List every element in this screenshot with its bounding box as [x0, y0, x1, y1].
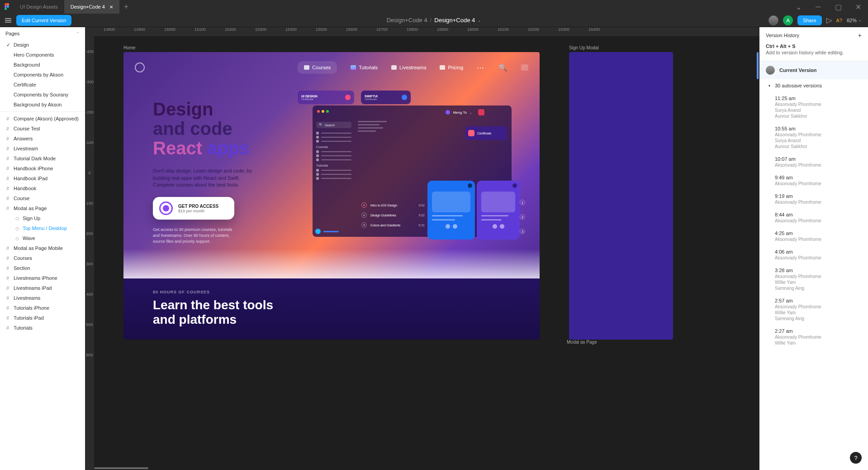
chevron-down-icon[interactable]: ⌄: [788, 0, 808, 14]
page-item[interactable]: Background by Akson: [0, 100, 85, 110]
certificate-card[interactable]: Certificate: [465, 126, 507, 140]
menu-icon[interactable]: [0, 18, 16, 23]
pro-access-card[interactable]: GET PRO ACCESS $19 per month: [153, 197, 234, 220]
mini-card-swiftui[interactable]: SWIFTUICertificate: [361, 91, 411, 104]
circle-icon[interactable]: [315, 229, 321, 234]
page-dot[interactable]: 2: [520, 214, 525, 220]
ruler-tick: 16200: [518, 27, 549, 36]
version-item[interactable]: 3:28 amAksonvady PhomhomeWillie YamSamna…: [759, 264, 868, 294]
account-icon[interactable]: [521, 64, 528, 71]
autosave-toggle[interactable]: 30 autosave versions: [759, 79, 868, 92]
canvas-scrollbar[interactable]: [757, 52, 759, 79]
site-logo-icon[interactable]: [135, 62, 145, 72]
nav-livestreams[interactable]: Livestreams: [391, 65, 426, 70]
layer-item[interactable]: #Livestreams iPad: [0, 283, 85, 293]
layer-item[interactable]: #Answers: [0, 134, 85, 144]
avatar-user-1[interactable]: [768, 15, 778, 25]
pages-header[interactable]: Pages⌃: [0, 27, 85, 40]
lesson-row[interactable]: 2Design Guidelines9:02: [361, 212, 425, 218]
layer-item[interactable]: ◇Sign Up: [0, 213, 85, 223]
page-item[interactable]: Certificate: [0, 80, 85, 90]
page-item[interactable]: Background: [0, 60, 85, 70]
layer-item[interactable]: #Course Test: [0, 124, 85, 134]
zoom-control[interactable]: 82%⌄: [847, 18, 862, 23]
frame-signup[interactable]: [569, 52, 673, 340]
layer-item[interactable]: #Section: [0, 263, 85, 273]
canvas[interactable]: 1480014900150001510015200153001540015500…: [85, 27, 759, 470]
version-item[interactable]: 10:55 amAksonvady PhomhomeSurya AnandAun…: [759, 122, 868, 153]
frame-label-home[interactable]: Home: [123, 45, 136, 50]
new-tab-button[interactable]: +: [119, 3, 133, 11]
nav-courses[interactable]: Courses: [298, 61, 337, 74]
chevron-down-icon[interactable]: ⌄: [478, 18, 481, 23]
layer-item[interactable]: #Handbook iPhone: [0, 163, 85, 173]
figma-logo-icon[interactable]: [0, 3, 14, 10]
nav-tutorials[interactable]: Tutorials: [351, 65, 378, 70]
frame-label-signup[interactable]: Sign Up Modal: [569, 45, 599, 50]
close-window-icon[interactable]: ✕: [848, 0, 868, 14]
layer-item[interactable]: #Compare (Akson) (Approved): [0, 114, 85, 124]
present-icon[interactable]: ▷: [826, 16, 832, 24]
layer-item[interactable]: #Courses: [0, 253, 85, 263]
layer-item[interactable]: #Livestreams: [0, 293, 85, 303]
user-dropdown[interactable]: Meng To⌄: [446, 109, 484, 115]
maximize-icon[interactable]: ▢: [828, 0, 848, 14]
horizontal-scrollbar[interactable]: [94, 467, 148, 469]
chevron-down-icon[interactable]: ⌄: [859, 18, 862, 22]
layer-item[interactable]: #Handbook: [0, 183, 85, 193]
lesson-row[interactable]: 1Intro to iOS Design9:02: [361, 202, 425, 208]
frame-label-modal[interactable]: Modal as Page: [567, 340, 597, 345]
page-item[interactable]: Hero Components: [0, 50, 85, 60]
page-dot[interactable]: 3: [520, 229, 525, 234]
page-item[interactable]: Components by Sourany: [0, 90, 85, 100]
version-item[interactable]: 10:07 amAksonvady Phomhome: [759, 153, 868, 171]
frame-home[interactable]: Courses Tutorials Livestreams Pricing ⋯ …: [123, 52, 540, 340]
version-item[interactable]: 2:27 amAksonvady PhomhomeWillie Yam: [759, 325, 868, 349]
version-item[interactable]: 8:44 amAksonvady Phomhome: [759, 208, 868, 227]
missing-fonts-badge[interactable]: A?: [836, 18, 842, 23]
nav-pricing[interactable]: Pricing: [440, 65, 463, 70]
mini-card-ui-design[interactable]: UI DESIGNCertificate: [298, 91, 354, 104]
layer-item[interactable]: #Course: [0, 193, 85, 203]
edit-version-button[interactable]: Edit Current Version: [16, 15, 71, 26]
add-icon[interactable]: +: [858, 32, 862, 39]
version-item[interactable]: 9:19 amAksonvady Phomhome: [759, 190, 868, 208]
layer-item[interactable]: #Livestreams iPhone: [0, 273, 85, 283]
layer-item[interactable]: ◇Wave: [0, 233, 85, 243]
page-item[interactable]: Design: [0, 40, 85, 50]
search-icon[interactable]: 🔍: [498, 63, 508, 72]
version-item[interactable]: 11:25 amAksonvady PhomhomeSurya AnandAun…: [759, 92, 868, 122]
layer-item[interactable]: #Modal as Page: [0, 203, 85, 213]
nav-more-icon[interactable]: ⋯: [477, 63, 485, 72]
page-dot[interactable]: 1: [520, 200, 525, 205]
search-input[interactable]: 🔍Search: [316, 122, 351, 128]
breadcrumb[interactable]: Design+Code 4 / Design+Code 4 ⌄: [387, 17, 482, 24]
layer-item[interactable]: #Tutorials: [0, 323, 85, 333]
version-item[interactable]: 2:57 amAksonvady PhomhomeWillie YamSamna…: [759, 294, 868, 325]
layer-item[interactable]: #Handbook iPad: [0, 173, 85, 183]
share-button[interactable]: Share: [797, 15, 821, 25]
layer-item[interactable]: ◇Top Menu / Desktop: [0, 223, 85, 233]
tab-design-code-4[interactable]: Design+Code 4✕: [64, 0, 119, 14]
frame-icon: #: [6, 245, 9, 251]
current-version-row[interactable]: Current Version: [759, 61, 868, 79]
collapse-icon[interactable]: ⌃: [76, 31, 80, 36]
course-card-1[interactable]: [427, 181, 475, 240]
version-item[interactable]: 9:49 amAksonvady Phomhome: [759, 171, 868, 190]
version-item[interactable]: 4:25 amAksonvady Phomhome: [759, 227, 868, 245]
version-item[interactable]: 4:06 amAksonvady Phomhome: [759, 245, 868, 264]
layer-item[interactable]: #Tutorial Dark Mode: [0, 153, 85, 163]
layer-item[interactable]: #Livestream: [0, 144, 85, 153]
layer-item[interactable]: #Tutorials iPad: [0, 313, 85, 323]
course-card-2[interactable]: [477, 181, 520, 240]
help-button[interactable]: ?: [850, 452, 862, 464]
layer-item[interactable]: #Tutorials iPhone: [0, 303, 85, 313]
avatar-user-2[interactable]: A: [783, 15, 793, 25]
close-icon[interactable]: ✕: [109, 5, 113, 10]
minimize-icon[interactable]: ─: [808, 0, 828, 14]
lesson-row[interactable]: 3Colors and Gradients9:31: [361, 222, 425, 228]
tab-ui-design-assets[interactable]: UI Design Assets: [14, 0, 64, 14]
layer-item[interactable]: #Modal as Page Mobile: [0, 243, 85, 253]
ruler-tick: 400: [85, 279, 94, 309]
page-item[interactable]: Components by Akson: [0, 70, 85, 80]
